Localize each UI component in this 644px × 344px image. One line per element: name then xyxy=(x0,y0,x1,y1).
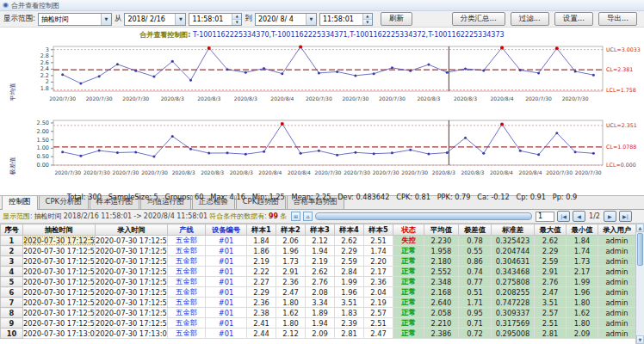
from-date-select[interactable]: 2018/ 2/16 ▼ xyxy=(124,13,186,26)
first-page-button[interactable]: |◀ xyxy=(557,211,570,222)
cell-status: 正常 xyxy=(393,246,424,256)
cell-sample-5: 2.51 xyxy=(364,236,393,246)
cell-entry-user: admin xyxy=(598,236,636,246)
cell-stddev: 0.204744 xyxy=(492,246,535,256)
cell-status: 正常 xyxy=(393,298,424,308)
cell-mean: 2.386 xyxy=(424,329,459,339)
from-time-spinner[interactable]: 11:58:01 ▲ ▼ xyxy=(189,13,242,26)
toolbar-right-group: 分类汇总... 过滤... 设置... 导出... xyxy=(452,12,641,26)
cell-max: 2.81 xyxy=(535,329,567,339)
cell-entry-user: admin xyxy=(598,246,636,256)
cell-sample-5: 2.47 xyxy=(364,329,393,339)
grid-icon-button[interactable]: ⊞ xyxy=(291,212,300,221)
cell-line: 五金部 xyxy=(168,267,206,277)
col-header-sample-2[interactable]: 样本2 xyxy=(276,224,306,236)
summary-button[interactable]: 分类汇总... xyxy=(452,12,505,26)
col-header-min[interactable]: 最小值 xyxy=(567,224,598,236)
prev-page-button[interactable]: ◀ xyxy=(573,211,585,222)
col-header-sample-3[interactable]: 样本3 xyxy=(306,224,335,236)
col-header-max[interactable]: 最大值 xyxy=(535,224,567,236)
filter-button[interactable]: 过滤... xyxy=(511,12,549,26)
last-page-button[interactable]: ▶| xyxy=(619,211,632,222)
col-header-device-no[interactable]: 设备编号 xyxy=(206,224,247,236)
cell-line: 五金部 xyxy=(168,277,206,287)
refresh-button[interactable]: 刷新 xyxy=(381,12,412,26)
col-header-sample-time[interactable]: 抽检时间 xyxy=(23,224,96,236)
cell-sample-1: 2.36 xyxy=(247,298,276,308)
table-row[interactable]: 102020-07-30 17:13:002020-07-30 17:13:00… xyxy=(1,329,636,339)
table-row[interactable]: 22020-07-30 17:12:572020-07-30 17:12:57五… xyxy=(1,246,636,256)
cell-status: 正常 xyxy=(393,287,424,298)
col-header-entry-user[interactable]: 录入用户 xyxy=(598,224,636,236)
cell-stddev: 0.343468 xyxy=(492,267,535,277)
scroll-up-icon[interactable]: ▲ xyxy=(636,224,644,232)
next-page-button[interactable]: ▶ xyxy=(604,211,616,222)
cell-min: 1.99 xyxy=(567,277,598,287)
to-date-select[interactable]: 2020/ 8/ 4 ▼ xyxy=(255,13,317,26)
home-icon-button[interactable]: ⌂ xyxy=(303,212,313,221)
settings-button[interactable]: 设置... xyxy=(554,12,593,26)
cell-sample-time: 2020-07-30 17:13:00 xyxy=(23,329,96,339)
table-row[interactable]: 72020-07-30 17:12:592020-07-30 17:12:59五… xyxy=(1,298,636,308)
mean-control-chart[interactable]: 32.82.62.42.221.8UCL=3.0033LCL=1.758CL=2… xyxy=(0,40,644,112)
spinner-arrows[interactable]: ▲ ▼ xyxy=(362,14,372,25)
cell-sample-1: 2.41 xyxy=(247,318,276,329)
svg-text:2020/8/4: 2020/8/4 xyxy=(491,95,514,101)
cell-range: 0.78 xyxy=(459,236,492,246)
cell-sample-3: 2.19 xyxy=(306,256,335,267)
svg-text:2020/8/3: 2020/8/3 xyxy=(461,169,484,175)
cell-line: 五金部 xyxy=(168,329,206,339)
cell-status: 正常 xyxy=(393,267,424,277)
display-range-select[interactable]: 抽检时间 ▼ xyxy=(38,13,112,26)
svg-text:2020/7/30: 2020/7/30 xyxy=(379,95,406,101)
table-row[interactable]: 32020-07-30 17:12:582020-07-30 17:12:58五… xyxy=(1,256,636,267)
to-time-spinner[interactable]: 11:58:01 ▲ ▼ xyxy=(319,13,373,26)
col-header-line[interactable]: 产线 xyxy=(168,224,206,236)
range-slider[interactable] xyxy=(315,212,532,220)
cell-sample-1: 2.19 xyxy=(247,256,276,267)
svg-text:2020/8/3: 2020/8/3 xyxy=(201,169,224,175)
table-row[interactable]: 12020-07-30 17:12:572020-07-30 17:12:57五… xyxy=(1,236,636,246)
cell-sample-3: 2.09 xyxy=(306,329,335,339)
cell-line: 五金部 xyxy=(168,308,206,318)
table-row[interactable]: 42020-07-30 17:12:582020-07-30 17:12:58五… xyxy=(1,267,636,277)
table-row[interactable]: 52020-07-30 17:12:582020-07-30 17:12:58五… xyxy=(1,277,636,287)
svg-text:UCL=2.351: UCL=2.351 xyxy=(606,122,637,128)
svg-text:2020/8/3: 2020/8/3 xyxy=(230,169,253,175)
table-row[interactable]: 62020-07-30 17:12:582020-07-30 17:12:58五… xyxy=(1,287,636,298)
col-header-sample-5[interactable]: 样本5 xyxy=(364,224,393,236)
scroll-down-icon[interactable]: ▼ xyxy=(636,335,644,344)
cell-mean: 2.230 xyxy=(424,236,459,246)
svg-text:LCL=1.758: LCL=1.758 xyxy=(606,87,636,93)
spin-down-icon: ▼ xyxy=(363,19,372,25)
cell-device-no: #01 xyxy=(206,267,247,277)
table-scrollbar[interactable]: ▲ ▼ xyxy=(635,224,644,344)
table-row[interactable]: 82020-07-30 17:12:592020-07-30 17:12:59五… xyxy=(1,308,636,318)
col-header-range[interactable]: 极差值 xyxy=(459,224,492,236)
scrollbar-thumb[interactable] xyxy=(637,233,643,266)
page-input[interactable] xyxy=(536,212,554,222)
export-button[interactable]: 导出... xyxy=(598,12,637,26)
cell-device-no: #01 xyxy=(206,246,247,256)
range-control-chart[interactable]: 2.502.001.501.000.500.00UCL=2.351LCL=0.0… xyxy=(0,115,644,187)
cell-sample-3: 1.94 xyxy=(306,318,335,329)
table-row[interactable]: 92020-07-30 17:12:592020-07-30 17:12:59五… xyxy=(1,318,636,329)
col-header-index[interactable]: 序号 xyxy=(1,224,23,236)
col-header-status[interactable]: 状态 xyxy=(393,224,424,236)
col-header-entry-time[interactable]: 录入时间 xyxy=(96,224,168,236)
col-header-stddev[interactable]: 标准差 xyxy=(492,224,535,236)
svg-text:2020/7/30: 2020/7/30 xyxy=(49,95,76,101)
cell-index: 8 xyxy=(1,308,23,318)
cell-sample-5: 2.04 xyxy=(364,287,393,298)
cell-sample-3: 3.34 xyxy=(306,298,335,308)
svg-text:2020/7/30: 2020/7/30 xyxy=(113,169,139,175)
cell-line: 五金部 xyxy=(168,256,206,267)
spinner-arrows[interactable]: ▲ ▼ xyxy=(232,14,241,25)
status-range-to: 2020/8/4 11:58:01 xyxy=(144,212,207,220)
col-header-sample-1[interactable]: 样本1 xyxy=(247,224,276,236)
col-header-mean[interactable]: 平均值 xyxy=(424,224,459,236)
svg-text:2020/7/30: 2020/7/30 xyxy=(141,169,168,175)
col-header-sample-4[interactable]: 样本4 xyxy=(335,224,364,236)
cell-sample-1: 2.38 xyxy=(247,308,276,318)
chevron-down-icon: ▼ xyxy=(101,14,111,25)
